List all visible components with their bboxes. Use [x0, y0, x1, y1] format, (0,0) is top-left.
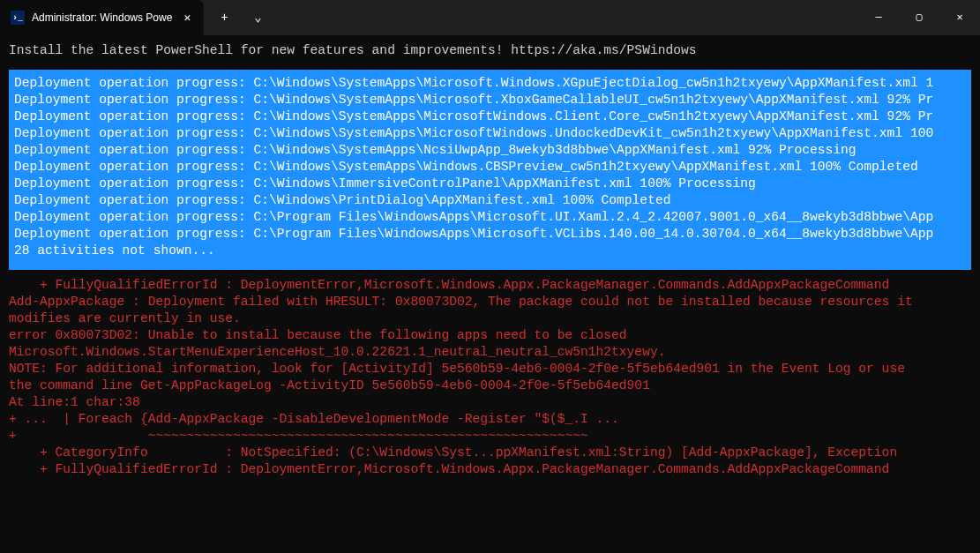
- progress-line: Deployment operation progress: C:\Progra…: [14, 226, 966, 243]
- tab-controls: + ⌄: [204, 0, 273, 35]
- error-block: + FullyQualifiedErrorId : DeploymentErro…: [9, 277, 971, 478]
- error-line: + FullyQualifiedErrorId : DeploymentErro…: [9, 461, 971, 478]
- new-tab-button[interactable]: +: [209, 4, 239, 31]
- error-line: Add-AppxPackage : Deployment failed with…: [9, 294, 971, 310]
- close-button[interactable]: ✕: [939, 0, 980, 35]
- tab-active[interactable]: ›_ Administrator: Windows Powe ✕: [0, 0, 204, 35]
- error-line: + FullyQualifiedErrorId : DeploymentErro…: [9, 277, 971, 294]
- error-line: the command line Get-AppPackageLog -Acti…: [9, 377, 971, 394]
- maximize-button[interactable]: ▢: [899, 0, 939, 35]
- error-line: NOTE: For additional information, look f…: [9, 361, 971, 377]
- progress-line: 28 activities not shown...: [14, 243, 966, 259]
- progress-line: Deployment operation progress: C:\Window…: [14, 192, 966, 209]
- error-line: modifies are currently in use.: [9, 310, 971, 327]
- error-line: + ~~~~~~~~~~~~~~~~~~~~~~~~~~~~~~~~~~~~~~…: [9, 428, 971, 445]
- progress-line: Deployment operation progress: C:\Window…: [14, 75, 966, 92]
- progress-line: Deployment operation progress: C:\Window…: [14, 108, 966, 125]
- progress-line: Deployment operation progress: C:\Window…: [14, 92, 966, 108]
- error-line: Microsoft.Windows.StartMenuExperienceHos…: [9, 344, 971, 361]
- progress-line: Deployment operation progress: C:\Progra…: [14, 209, 966, 226]
- banner-line: Install the latest PowerShell for new fe…: [9, 42, 971, 59]
- titlebar-drag-area[interactable]: [273, 0, 858, 35]
- scrollbar[interactable]: [969, 40, 978, 547]
- titlebar: ›_ Administrator: Windows Powe ✕ + ⌄ — ▢…: [0, 0, 980, 35]
- progress-line: Deployment operation progress: C:\Window…: [14, 159, 966, 176]
- powershell-icon: ›_: [11, 11, 25, 25]
- progress-line: Deployment operation progress: C:\Window…: [14, 176, 966, 192]
- error-line: At line:1 char:38: [9, 394, 971, 411]
- window-controls: — ▢ ✕: [858, 0, 980, 35]
- progress-line: Deployment operation progress: C:\Window…: [14, 142, 966, 159]
- error-line: + ... | Foreach {Add-AppxPackage -Disabl…: [9, 411, 971, 428]
- minimize-button[interactable]: —: [858, 0, 899, 35]
- error-line: error 0x80073D02: Unable to install beca…: [9, 327, 971, 344]
- tab-close-button[interactable]: ✕: [179, 10, 195, 26]
- progress-block: Deployment operation progress: C:\Window…: [9, 70, 971, 270]
- tab-dropdown-button[interactable]: ⌄: [243, 4, 273, 31]
- progress-line: Deployment operation progress: C:\Window…: [14, 125, 966, 142]
- tab-title: Administrator: Windows Powe: [32, 10, 172, 26]
- error-line: + CategoryInfo : NotSpecified: (C:\Windo…: [9, 445, 971, 461]
- terminal-output[interactable]: Install the latest PowerShell for new fe…: [0, 35, 980, 485]
